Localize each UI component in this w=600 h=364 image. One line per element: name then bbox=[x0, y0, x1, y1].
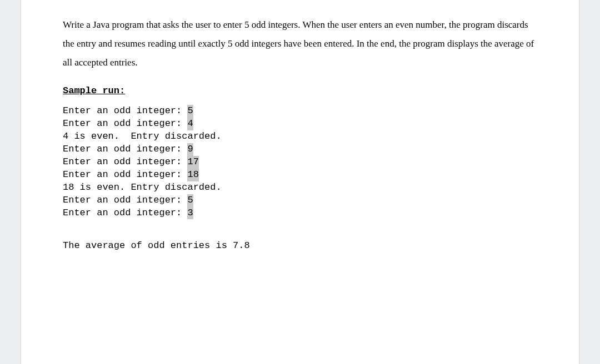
result-line: The average of odd entries is 7.8 bbox=[63, 240, 537, 251]
console-line: Enter an odd integer: 3 bbox=[63, 207, 537, 220]
prompt-text: Enter an odd integer: bbox=[63, 208, 187, 218]
prompt-text: Enter an odd integer: bbox=[63, 118, 187, 129]
user-input: 5 bbox=[187, 105, 193, 118]
prompt-text: Enter an odd integer: bbox=[63, 156, 187, 167]
console-output: Enter an odd integer: 5Enter an odd inte… bbox=[63, 105, 537, 219]
sample-run-heading: Sample run: bbox=[63, 85, 537, 96]
user-input: 5 bbox=[187, 194, 193, 207]
prompt-text: Enter an odd integer: bbox=[63, 169, 187, 180]
prompt-text: Enter an odd integer: bbox=[63, 105, 187, 116]
prompt-text: Enter an odd integer: bbox=[63, 144, 187, 154]
console-line: Enter an odd integer: 9 bbox=[63, 143, 537, 156]
user-input: 18 bbox=[187, 169, 198, 181]
console-line: Enter an odd integer: 5 bbox=[63, 105, 537, 118]
user-input: 3 bbox=[187, 207, 193, 220]
document-page: Write a Java program that asks the user … bbox=[21, 0, 579, 364]
user-input: 4 bbox=[187, 118, 193, 130]
console-message: 4 is even. Entry discarded. bbox=[63, 130, 537, 143]
console-line: Enter an odd integer: 18 bbox=[63, 169, 537, 181]
problem-statement: Write a Java program that asks the user … bbox=[63, 16, 537, 72]
console-message: 18 is even. Entry discarded. bbox=[63, 181, 537, 194]
user-input: 9 bbox=[187, 143, 193, 156]
prompt-text: Enter an odd integer: bbox=[63, 195, 187, 205]
console-line: Enter an odd integer: 5 bbox=[63, 194, 537, 207]
user-input: 17 bbox=[187, 156, 198, 169]
console-line: Enter an odd integer: 4 bbox=[63, 118, 537, 130]
console-line: Enter an odd integer: 17 bbox=[63, 156, 537, 169]
